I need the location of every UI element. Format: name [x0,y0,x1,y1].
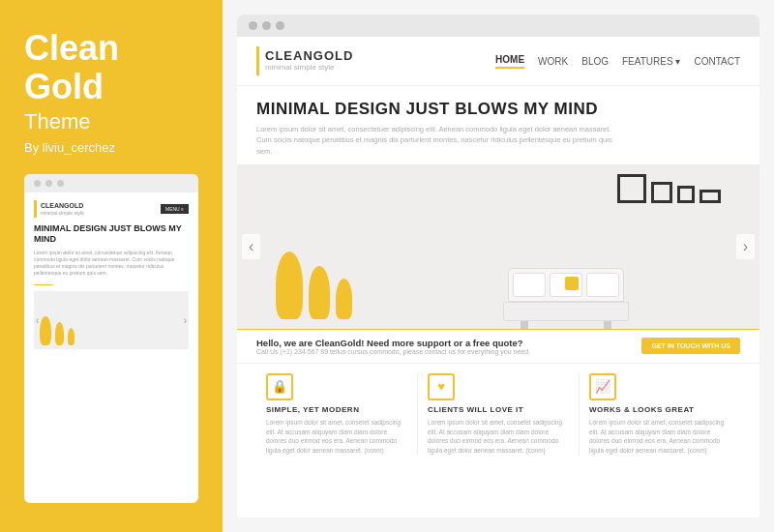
website-frame: CLEANGOLD minimal simple style HOME WORK… [237,37,759,517]
sofa-pillow [565,277,579,290]
mini-body: CLEANGOLD minimal simple style MENU ≡ MI… [24,192,198,357]
mini-logo-bar [34,200,37,218]
wall-frame-2 [651,182,672,203]
mini-logo-text-block: CLEANGOLD minimal simple style [41,202,84,216]
theme-title-line2: Gold [24,68,198,106]
sofa-legs [513,321,619,329]
nav-work[interactable]: WORK [538,56,568,67]
site-hero-text: Lorem ipsum dolor sit amet, consectetuer… [256,124,624,157]
slider-arrow-right[interactable]: › [736,234,755,259]
mini-dot-3 [57,180,64,187]
browser-chrome [237,15,759,37]
cta-strip: Hello, we are CleanGold! Need more suppo… [237,329,759,364]
site-hero: MINIMAL DESIGN JUST BLOWS MY MIND Lorem … [237,86,759,164]
feature-text-1: Lorem ipsum dolor sit amet, consetet sad… [428,418,569,456]
wall-frames [617,174,721,203]
feature-icon-1: ♥ [428,373,455,400]
vase-medium [336,279,352,319]
slider-vases [247,251,381,329]
cta-button[interactable]: GET IN TOUCH WITH US [641,338,740,354]
sofa-cushion-3 [586,273,619,297]
mini-arrow-right[interactable]: › [184,314,187,325]
mini-preview-card: CLEANGOLD minimal simple style MENU ≡ MI… [24,174,198,503]
vase-large [309,266,330,319]
mini-logo: CLEANGOLD minimal simple style [34,200,84,218]
theme-subtitle: Theme [24,109,198,134]
sofa-back [508,268,624,302]
nav-features[interactable]: FEATURES ▾ [622,56,680,67]
cta-text-block: Hello, we are CleanGold! Need more suppo… [256,338,530,355]
feature-icon-2: 📈 [589,373,616,400]
site-logo-tagline: minimal simple style [265,64,353,73]
feature-text-2: Lorem ipsum dolor sit amet, consetet sad… [589,418,730,456]
nav-blog[interactable]: BLOG [581,56,609,67]
nav-contact[interactable]: CONTACT [694,56,740,67]
mini-logo-name: CLEANGOLD [41,202,84,210]
chrome-dot-2 [262,21,271,30]
theme-author: By liviu_cerchez [24,140,198,155]
feature-col-2: 📈 WORKS & LOOKS GREAT Lorem ipsum dolor … [580,373,740,456]
feature-col-0: 🔒 SIMPLE, YET MODERN Lorem ipsum dolor s… [256,373,418,456]
mini-vase-large [40,316,51,345]
mini-header-row: CLEANGOLD minimal simple style MENU ≡ [34,200,189,218]
sofa-leg-left [521,321,528,329]
theme-info: Clean Gold Theme By liviu_cerchez [24,29,198,155]
site-hero-title: MINIMAL DESIGN JUST BLOWS MY MIND [256,100,740,119]
mini-logo-tagline: minimal simple style [41,210,84,216]
wall-frame-4 [700,190,721,203]
chrome-dot-1 [249,21,257,30]
chrome-dot-3 [276,21,284,30]
site-content: MINIMAL DESIGN JUST BLOWS MY MIND Lorem … [237,86,759,517]
site-logo-name: CLEANGOLD [265,49,353,63]
mini-arrow-left[interactable]: ‹ [36,314,39,325]
slider-arrow-left[interactable]: ‹ [242,234,260,259]
sofa-area [503,268,629,329]
feature-col-1: ♥ CLIENTS WILL LOVE IT Lorem ipsum dolor… [418,373,580,456]
sofa-cushion-2 [550,273,582,297]
mini-headline: MINIMAL DESIGN JUST BLOWS MY MIND [34,223,189,245]
site-logo-text-block: CLEANGOLD minimal simple style [265,49,353,72]
mini-dot-1 [34,180,41,187]
site-nav: HOME WORK BLOG FEATURES ▾ CONTACT [495,54,740,69]
site-slider: ‹ › [237,164,759,329]
sofa-leg-right [604,321,611,329]
mini-lorem-text: Lorem ipsum dolor sit amet, consectetuer… [34,250,189,277]
mini-divider [34,284,53,285]
cta-main-text: Hello, we are CleanGold! Need more suppo… [256,338,530,348]
sofa-seat [503,302,629,321]
mini-topbar [24,174,198,192]
mini-image-area: ‹ › [34,291,189,349]
mini-vase-medium [55,322,64,345]
feature-text-0: Lorem ipsum dolor sit amet, consetet sad… [266,418,407,456]
site-logo-area: CLEANGOLD minimal simple style [256,46,353,75]
nav-home[interactable]: HOME [495,54,524,69]
theme-title-line1: Clean [24,29,198,68]
slider-furniture [381,268,750,329]
feature-title-0: SIMPLE, YET MODERN [266,405,407,414]
feature-title-2: WORKS & LOOKS GREAT [589,405,730,414]
left-panel: Clean Gold Theme By liviu_cerchez CLEANG… [0,0,223,532]
site-header: CLEANGOLD minimal simple style HOME WORK… [237,37,759,86]
wall-frame-3 [677,186,695,203]
sofa-cushion-1 [513,273,546,297]
mini-menu-button[interactable]: MENU ≡ [161,204,189,214]
right-panel: CLEANGOLD minimal simple style HOME WORK… [223,0,774,532]
wall-frame-1 [617,174,646,203]
vase-extra-large [276,251,303,319]
feature-icon-0: 🔒 [266,373,293,400]
feature-title-1: CLIENTS WILL LOVE IT [428,405,569,414]
mini-dot-2 [45,180,52,187]
mini-vase-small [68,328,74,345]
site-logo-bar [256,46,259,75]
features-row: 🔒 SIMPLE, YET MODERN Lorem ipsum dolor s… [237,364,759,465]
cta-sub-text: Call Us (+1) 234 567 89 tellus cursus co… [256,348,530,355]
